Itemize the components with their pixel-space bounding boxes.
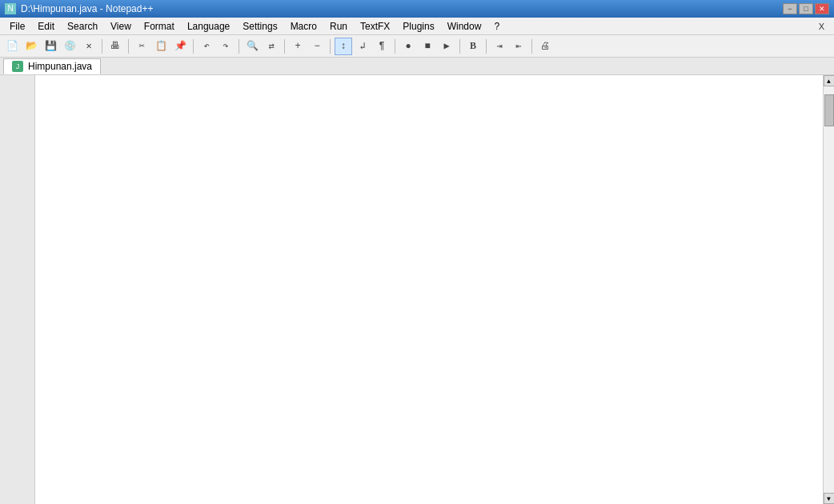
- toolbar-copy[interactable]: 📋: [152, 38, 170, 55]
- title-bar: N D:\Himpunan.java - Notepad++ − □ ✕: [0, 0, 834, 18]
- toolbar-new[interactable]: 📄: [3, 38, 21, 55]
- toolbar-print[interactable]: 🖶: [106, 38, 124, 55]
- toolbar-stop-record[interactable]: ■: [419, 38, 436, 55]
- menu-search[interactable]: Search: [61, 18, 104, 34]
- toolbar-undo[interactable]: ↶: [198, 38, 215, 55]
- toolbar-record-macro[interactable]: ●: [399, 38, 417, 55]
- sep7: [395, 39, 395, 54]
- close-x[interactable]: X: [819, 22, 831, 31]
- line-numbers: [0, 75, 35, 504]
- toolbar: 📄 📂 💾 💿 ✕ 🖶 ✂ 📋 📌 ↶ ↷ 🔍 ⇄ + − ↕ ↲ ¶ ● ■ …: [0, 35, 834, 58]
- toolbar-play-macro[interactable]: ▶: [438, 38, 455, 55]
- menu-view[interactable]: View: [104, 18, 138, 34]
- toolbar-all-chars[interactable]: ¶: [373, 38, 391, 55]
- menu-run[interactable]: Run: [323, 18, 354, 34]
- close-button[interactable]: ✕: [815, 3, 829, 14]
- toolbar-replace[interactable]: ⇄: [263, 38, 280, 55]
- sep1: [102, 39, 102, 54]
- sep5: [284, 39, 285, 54]
- scroll-thumb[interactable]: [824, 94, 834, 126]
- tab-himpunan[interactable]: J Himpunan.java: [3, 58, 101, 74]
- sep9: [486, 39, 487, 54]
- menu-edit[interactable]: Edit: [31, 18, 61, 34]
- toolbar-save-all[interactable]: 💿: [61, 38, 78, 55]
- tab-label: Himpunan.java: [28, 61, 92, 72]
- app-icon: N: [5, 3, 16, 14]
- scroll-track[interactable]: [824, 86, 834, 493]
- toolbar-synced-scroll[interactable]: ↕: [335, 38, 352, 55]
- tab-bar: J Himpunan.java: [0, 58, 834, 75]
- menu-window[interactable]: Window: [441, 18, 488, 34]
- editor-container: ▲ ▼: [0, 75, 834, 504]
- menu-help[interactable]: ?: [487, 18, 506, 34]
- restore-button[interactable]: □: [799, 3, 813, 14]
- toolbar-redo[interactable]: ↷: [217, 38, 235, 55]
- toolbar-word-wrap[interactable]: ↲: [354, 38, 371, 55]
- window-controls: − □ ✕: [783, 3, 829, 14]
- sep6: [330, 39, 331, 54]
- toolbar-close[interactable]: ✕: [80, 38, 98, 55]
- toolbar-save[interactable]: 💾: [42, 38, 59, 55]
- sep3: [193, 39, 194, 54]
- scroll-up-arrow[interactable]: ▲: [824, 75, 835, 86]
- code-area[interactable]: [35, 75, 823, 504]
- menu-textfx[interactable]: TextFX: [354, 18, 396, 34]
- menu-file[interactable]: File: [3, 18, 31, 34]
- toolbar-printer[interactable]: 🖨: [536, 38, 554, 55]
- menu-format[interactable]: Format: [138, 18, 181, 34]
- toolbar-bold[interactable]: B: [464, 38, 482, 55]
- sep4: [239, 39, 239, 54]
- sep2: [128, 39, 129, 54]
- toolbar-paste[interactable]: 📌: [171, 38, 189, 55]
- sep10: [531, 39, 532, 54]
- menu-plugins[interactable]: Plugins: [396, 18, 440, 34]
- toolbar-zoom-out[interactable]: −: [308, 38, 326, 55]
- minimize-button[interactable]: −: [783, 3, 797, 14]
- toolbar-open[interactable]: 📂: [22, 38, 40, 55]
- tab-file-icon: J: [12, 61, 23, 72]
- menu-macro[interactable]: Macro: [284, 18, 323, 34]
- menu-settings[interactable]: Settings: [236, 18, 283, 34]
- sep8: [459, 39, 460, 54]
- menu-bar: File Edit Search View Format Language Se…: [0, 18, 834, 35]
- vertical-scrollbar[interactable]: ▲ ▼: [823, 75, 834, 504]
- scroll-down-arrow[interactable]: ▼: [824, 493, 835, 504]
- toolbar-outdent[interactable]: ⇤: [510, 38, 527, 55]
- toolbar-indent[interactable]: ⇥: [491, 38, 508, 55]
- window-title: D:\Himpunan.java - Notepad++: [21, 3, 783, 14]
- toolbar-cut[interactable]: ✂: [133, 38, 150, 55]
- toolbar-zoom-in[interactable]: +: [289, 38, 307, 55]
- toolbar-find[interactable]: 🔍: [243, 38, 261, 55]
- menu-language[interactable]: Language: [181, 18, 236, 34]
